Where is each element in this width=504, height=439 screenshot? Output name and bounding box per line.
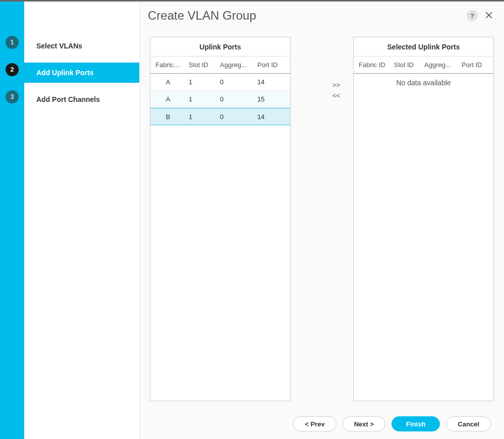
step-3-label[interactable]: Add Port Channels: [24, 89, 139, 109]
close-icon[interactable]: [484, 10, 494, 22]
cell: 1: [184, 95, 215, 103]
wizard-step-labels: Select VLANs Add Uplink Ports Add Port C…: [24, 2, 139, 439]
cell: 15: [252, 95, 289, 103]
uplink-ports-headers: Fabric ID Slot ID Aggreg... Port ID: [150, 57, 290, 74]
col-fabric-id[interactable]: Fabric ID: [150, 61, 184, 69]
add-button[interactable]: >>: [332, 81, 340, 89]
cell: 1: [184, 78, 215, 86]
help-icon[interactable]: ?: [467, 10, 478, 21]
cell: 0: [215, 78, 252, 86]
step-3-circle[interactable]: 3: [6, 90, 19, 103]
dialog-title: Create VLAN Group: [148, 9, 256, 23]
cell: B: [150, 113, 184, 121]
dialog-header: Create VLAN Group ?: [140, 2, 504, 30]
no-data-message: No data available: [354, 74, 493, 87]
remove-button[interactable]: <<: [332, 92, 340, 99]
step-2-circle[interactable]: 2: [6, 63, 19, 76]
table-row[interactable]: B1014: [150, 108, 290, 125]
prev-button[interactable]: < Prev: [293, 416, 336, 431]
table-row[interactable]: A1015: [150, 91, 290, 108]
cell: 14: [252, 78, 289, 86]
transfer-controls: >> <<: [291, 37, 352, 99]
step-2-label[interactable]: Add Uplink Ports: [24, 63, 139, 83]
uplink-ports-rows: A1014A1015B1014: [150, 74, 290, 401]
selected-uplink-ports-panel: Selected Uplink Ports Fabric ID Slot ID …: [353, 37, 494, 401]
col-fabric-id-r[interactable]: Fabric ID: [354, 61, 389, 69]
next-button[interactable]: Next >: [343, 416, 385, 431]
selected-uplink-ports-rows: No data available: [354, 74, 493, 401]
col-slot-id[interactable]: Slot ID: [184, 61, 215, 69]
selected-uplink-ports-title: Selected Uplink Ports: [354, 37, 493, 57]
dialog-footer: < Prev Next > Finish Cancel: [140, 409, 504, 439]
cancel-button[interactable]: Cancel: [446, 416, 491, 431]
cell: 1: [184, 113, 215, 121]
col-aggregate[interactable]: Aggreg...: [215, 61, 252, 69]
col-aggregate-r[interactable]: Aggreg...: [419, 61, 457, 69]
cell: 14: [252, 113, 289, 121]
col-port-id[interactable]: Port ID: [252, 61, 289, 69]
cell: 0: [215, 113, 252, 121]
cell: A: [150, 78, 184, 86]
uplink-ports-title: Uplink Ports: [150, 37, 290, 57]
step-1-label[interactable]: Select VLANs: [24, 36, 139, 56]
col-slot-id-r[interactable]: Slot ID: [389, 61, 419, 69]
cell: A: [150, 95, 184, 103]
uplink-ports-panel: Uplink Ports Fabric ID Slot ID Aggreg...…: [150, 37, 291, 401]
table-row[interactable]: A1014: [150, 74, 290, 91]
finish-button[interactable]: Finish: [391, 416, 440, 431]
col-port-id-r[interactable]: Port ID: [457, 61, 493, 69]
selected-uplink-ports-headers: Fabric ID Slot ID Aggreg... Port ID: [354, 57, 493, 74]
cell: 0: [215, 95, 252, 103]
step-1-circle[interactable]: 1: [6, 36, 19, 49]
wizard-step-rail: 1 2 3: [0, 2, 24, 439]
main-content: Create VLAN Group ? Uplink Ports Fabric …: [139, 2, 504, 439]
